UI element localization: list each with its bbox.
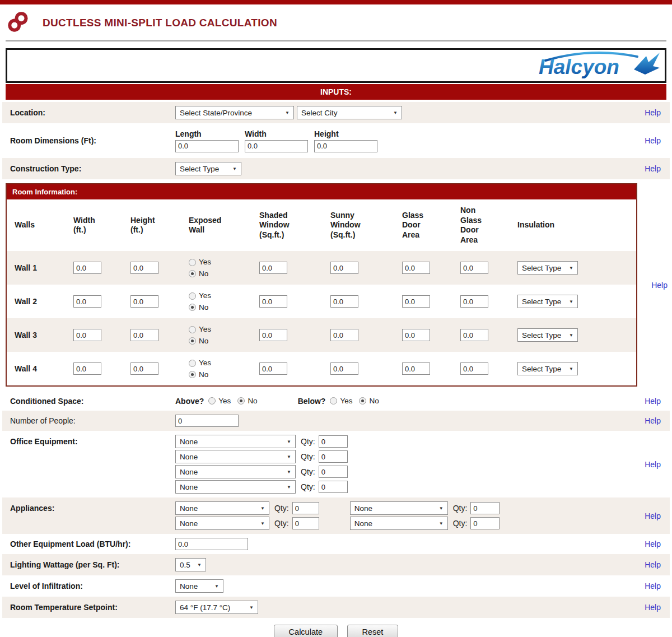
wall-3-width-input[interactable] [73,329,101,341]
height-input[interactable] [314,140,377,152]
length-input[interactable] [175,140,239,152]
wall-3-insulation-select[interactable]: Select Type▼ [517,328,578,342]
office-equipment-row: Office Equipment: None▼ Qty: None▼ Qty: … [2,431,670,497]
below-yes-radio[interactable] [330,397,337,404]
qty-label: Qty: [301,437,315,446]
wall-2-shaded-window-input[interactable] [259,295,287,308]
wall-1-non-glass-door-input[interactable] [460,262,488,274]
wall-2-sunny-window-input[interactable] [330,295,358,308]
other-equipment-input[interactable] [175,538,248,550]
office-equipment-4-qty-input[interactable] [319,481,348,493]
lighting-wattage-label: Lighting Wattage (per Sq. Ft): [10,560,175,569]
wall-3-shaded-window-input[interactable] [259,329,287,341]
help-link[interactable]: Help [645,582,663,590]
wall-4-shaded-window-input[interactable] [259,362,287,375]
wall-1-width-input[interactable] [73,262,101,274]
number-of-people-row: Number of People: Help [2,411,670,431]
dropdown-arrow-icon: ▼ [287,485,291,490]
calculate-button[interactable]: Calculate [274,625,338,637]
wall-2-exposed-no-radio[interactable] [189,304,196,311]
dropdown-arrow-icon: ▼ [439,506,444,511]
office-equipment-1-select[interactable]: None▼ [175,435,296,448]
office-equipment-3-qty-input[interactable] [319,466,348,478]
infiltration-row: Level of Infiltration: None ▼ Help [2,575,670,597]
wall-1-exposed-yes-radio[interactable] [189,259,196,266]
appliance-1-select[interactable]: None▼ [175,501,269,515]
number-of-people-label: Number of People: [10,416,175,425]
wall-4-height-input[interactable] [130,362,158,375]
infiltration-select[interactable]: None ▼ [175,579,223,593]
state-province-select[interactable]: Select State/Province ▼ [175,106,294,119]
wall-1-glass-door-input[interactable] [402,262,430,274]
lighting-wattage-select[interactable]: 0.5 ▼ [175,558,206,571]
wall-2-exposed-yes-radio[interactable] [189,292,196,300]
dropdown-arrow-icon: ▼ [439,521,444,526]
help-link[interactable]: Help [645,108,663,117]
office-equipment-3-select[interactable]: None▼ [175,465,296,478]
reset-button[interactable]: Reset [347,625,399,637]
svg-text:Halcyon: Halcyon [539,55,619,78]
setpoint-select[interactable]: 64 °F (17.7 °C) ▼ [175,601,258,614]
city-select[interactable]: Select City ▼ [297,106,402,119]
wall-3-non-glass-door-input[interactable] [460,329,488,341]
wall-4-exposed-yes-radio[interactable] [189,360,196,367]
wall-3-glass-door-input[interactable] [402,329,430,341]
wall-2-insulation-select[interactable]: Select Type▼ [517,295,578,308]
wall-4-width-input[interactable] [73,362,101,375]
wall-3-sunny-window-input[interactable] [330,329,358,341]
dropdown-arrow-icon: ▼ [260,521,265,526]
office-equipment-4-select[interactable]: None▼ [175,480,296,494]
conditioned-space-label: Conditioned Space: [10,397,175,406]
wall-2-width-input[interactable] [73,295,101,308]
wall-2-height-input[interactable] [130,295,158,308]
wall-3-height-input[interactable] [130,329,158,341]
col-insulation: Insulation [517,220,636,230]
below-no-radio[interactable] [359,397,366,404]
help-link[interactable]: Help [645,460,663,469]
appliance-4-select[interactable]: None▼ [350,517,448,530]
wall-2-glass-door-input[interactable] [402,295,430,308]
setpoint-row: Room Temperature Setpoint: 64 °F (17.7 °… [2,597,670,618]
lighting-wattage-row: Lighting Wattage (per Sq. Ft): 0.5 ▼ Hel… [2,554,670,575]
wall-4-sunny-window-input[interactable] [330,362,358,375]
wall-1-sunny-window-input[interactable] [330,262,358,274]
appliance-2-select[interactable]: None▼ [350,501,448,515]
wall-1-shaded-window-input[interactable] [259,262,287,274]
wall-2-non-glass-door-input[interactable] [460,295,488,308]
wall-4-exposed-no-radio[interactable] [189,371,196,378]
width-input[interactable] [245,140,308,152]
construction-type-select[interactable]: Select Type ▼ [175,162,241,175]
appliance-3-select[interactable]: None▼ [175,517,269,530]
help-link[interactable]: Help [645,416,663,425]
wall-4-insulation-select[interactable]: Select Type▼ [517,362,578,375]
help-link[interactable]: Help [645,560,663,569]
room-dimensions-row: Room Dimensions (Ft): Length Width Heigh… [2,123,670,158]
wall-1-label: Wall 1 [15,263,73,272]
appliance-2-qty-input[interactable] [470,502,500,514]
appliance-4-qty-input[interactable] [470,517,500,529]
wall-1-exposed-no-radio[interactable] [189,270,196,277]
table-row: Wall 3 Yes No Select Type▼ [7,318,636,352]
help-link[interactable]: Help [651,281,670,290]
above-no-radio[interactable] [237,397,245,404]
office-equipment-2-select[interactable]: None▼ [175,450,296,463]
number-of-people-input[interactable] [175,415,239,427]
help-link[interactable]: Help [645,540,663,548]
appliance-3-qty-input[interactable] [292,517,319,529]
wall-1-height-input[interactable] [130,262,158,274]
help-link[interactable]: Help [645,136,663,145]
appliance-1-qty-input[interactable] [292,502,319,514]
wall-3-exposed-yes-radio[interactable] [189,326,196,333]
qty-label: Qty: [274,504,289,513]
help-link[interactable]: Help [645,603,663,612]
wall-3-exposed-no-radio[interactable] [189,337,196,345]
office-equipment-2-qty-input[interactable] [319,450,348,463]
help-link[interactable]: Help [645,512,663,520]
above-yes-radio[interactable] [208,397,216,404]
wall-4-non-glass-door-input[interactable] [460,362,488,375]
wall-1-insulation-select[interactable]: Select Type▼ [517,261,578,275]
wall-4-glass-door-input[interactable] [402,362,430,375]
office-equipment-1-qty-input[interactable] [319,435,348,448]
help-link[interactable]: Help [645,397,663,406]
help-link[interactable]: Help [645,164,663,173]
